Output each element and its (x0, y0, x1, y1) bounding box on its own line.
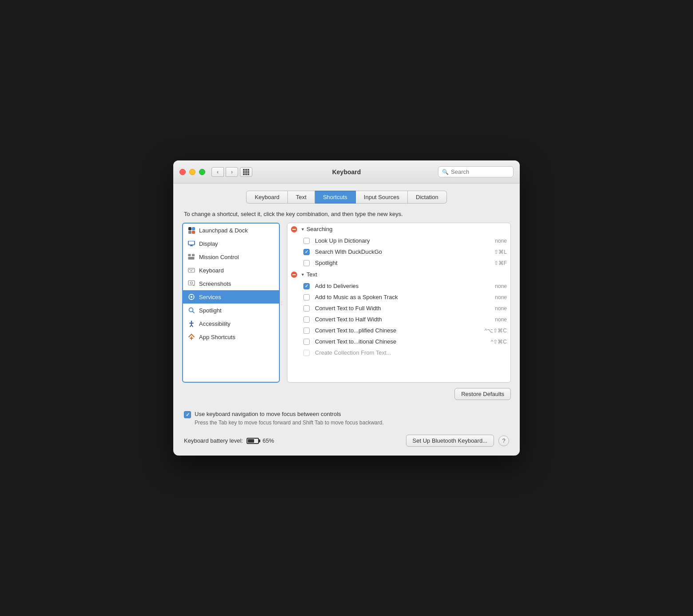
svg-rect-3 (192, 231, 195, 234)
keyboard-nav-row: Use keyboard navigation to move focus be… (184, 411, 509, 418)
sidebar-item-display[interactable]: Display (183, 237, 279, 250)
back-button[interactable]: ‹ (211, 167, 224, 177)
checkbox-spotlight[interactable] (303, 260, 310, 266)
shortcut-key: none (495, 305, 507, 312)
checkbox-partial[interactable] (303, 350, 310, 356)
maximize-button[interactable] (199, 169, 205, 175)
main-area: Launchpad & Dock Display (182, 223, 511, 383)
minimize-button[interactable] (189, 169, 195, 175)
checkbox-look-up[interactable] (303, 238, 310, 244)
shortcut-name: Convert Text to Half Width (315, 316, 495, 323)
tab-input-sources[interactable]: Input Sources (356, 191, 408, 204)
svg-line-32 (191, 334, 194, 337)
tab-shortcuts[interactable]: Shortcuts (315, 191, 356, 204)
battery-fill (248, 439, 254, 443)
svg-line-31 (189, 334, 191, 337)
keyboard-nav-checkbox[interactable] (184, 411, 191, 418)
collapse-text-btn[interactable] (291, 272, 297, 278)
svg-rect-15 (188, 281, 195, 285)
sidebar-item-screenshots[interactable]: Screenshots (183, 277, 279, 290)
shortcut-key: ^⇧⌘C (491, 339, 507, 345)
svg-rect-9 (188, 257, 195, 260)
titlebar: ‹ › Keyboard 🔍 (173, 160, 520, 184)
svg-rect-7 (188, 254, 191, 256)
main-window: ‹ › Keyboard 🔍 Keyboard Text Shortcuts I… (173, 160, 520, 456)
sidebar-item-keyboard[interactable]: Keyboard (183, 264, 279, 277)
shortcut-row-convert-half: Convert Text to Half Width none (287, 314, 510, 325)
window-title: Keyboard (332, 168, 361, 176)
search-input[interactable] (451, 168, 510, 175)
triangle-icon: ▼ (301, 227, 305, 232)
sidebar-item-label: Display (199, 240, 218, 247)
battery-body (247, 438, 259, 444)
shortcut-row-look-up: Look Up in Dictionary none (287, 235, 510, 246)
checkbox-convert-simplified[interactable] (303, 328, 310, 334)
tab-text[interactable]: Text (288, 191, 315, 204)
svg-rect-11 (189, 269, 190, 270)
checkbox-convert-full[interactable] (303, 305, 310, 312)
battery-section: Keyboard battery level: 65% (184, 437, 274, 444)
services-icon (187, 293, 195, 301)
tab-keyboard[interactable]: Keyboard (246, 191, 288, 204)
search-icon: 🔍 (442, 169, 449, 175)
svg-rect-17 (193, 285, 195, 286)
checkbox-convert-traditional[interactable] (303, 339, 310, 345)
sidebar: Launchpad & Dock Display (182, 223, 280, 383)
svg-line-30 (191, 325, 193, 327)
traffic-lights (179, 169, 205, 175)
display-icon (187, 240, 195, 248)
triangle-icon: ▼ (301, 272, 305, 277)
bottom-right: Set Up Bluetooth Keyboard... ? (406, 435, 509, 447)
sidebar-item-app-shortcuts[interactable]: App Shortcuts (183, 330, 279, 344)
group-label: Text (307, 271, 317, 278)
collapse-searching-btn[interactable] (291, 226, 297, 232)
svg-rect-2 (188, 231, 191, 234)
tab-dictation[interactable]: Dictation (408, 191, 447, 204)
instruction-text: To change a shortcut, select it, click t… (182, 211, 511, 217)
search-box[interactable]: 🔍 (438, 166, 514, 177)
sidebar-item-launchpad[interactable]: Launchpad & Dock (183, 224, 279, 237)
resize-handle[interactable]: ⋮ (280, 223, 283, 383)
shortcut-key: ⇧⌘L (494, 249, 507, 255)
sidebar-item-label: Accessibility (199, 320, 231, 327)
bluetooth-keyboard-button[interactable]: Set Up Bluetooth Keyboard... (406, 435, 494, 447)
sidebar-item-mission-control[interactable]: Mission Control (183, 250, 279, 264)
bottom-bar: Keyboard battery level: 65% Set Up Bluet… (182, 435, 511, 447)
sidebar-item-services[interactable]: Services (183, 290, 279, 304)
forward-button[interactable]: › (226, 167, 238, 177)
group-header-text: ▼ Text (287, 268, 510, 280)
tab-bar: Keyboard Text Shortcuts Input Sources Di… (182, 191, 511, 204)
minus-icon (292, 274, 296, 275)
shortcut-row-duckduckgo: Search With DuckDuckGo ⇧⌘L (287, 246, 510, 257)
app-shortcuts-icon (187, 333, 195, 341)
svg-rect-14 (191, 271, 192, 272)
shortcut-key: none (495, 316, 507, 323)
battery-icon (247, 438, 259, 444)
shortcut-key: ⇧⌘F (494, 260, 507, 266)
checkbox-duckduckgo[interactable] (303, 249, 310, 255)
shortcut-name: Spotlight (315, 260, 494, 266)
sidebar-item-accessibility[interactable]: Accessibility (183, 317, 279, 330)
sidebar-item-spotlight[interactable]: Spotlight (183, 304, 279, 317)
shortcut-row-convert-simplified: Convert Text to...plified Chinese ^⌥⇧⌘C (287, 325, 510, 336)
sidebar-item-label: Keyboard (199, 267, 224, 274)
keyboard-icon (187, 266, 195, 274)
close-button[interactable] (179, 169, 186, 175)
sidebar-item-label: Spotlight (199, 307, 222, 314)
help-button[interactable]: ? (498, 436, 509, 446)
group-label: Searching (307, 226, 333, 232)
shortcut-name: Convert Text to...itional Chinese (315, 338, 491, 345)
checkbox-add-deliveries[interactable] (303, 283, 310, 289)
shortcut-name: Create Collection From Text... (315, 349, 507, 356)
svg-rect-8 (192, 254, 195, 256)
svg-rect-12 (191, 269, 192, 270)
restore-defaults-button[interactable]: Restore Defaults (454, 388, 511, 400)
sidebar-item-label: Services (199, 294, 221, 300)
checkbox-convert-half[interactable] (303, 316, 310, 323)
shortcut-name: Search With DuckDuckGo (315, 248, 494, 255)
svg-line-25 (193, 312, 195, 313)
sidebar-item-label: Mission Control (199, 254, 239, 260)
restore-defaults-row: Restore Defaults (182, 388, 511, 400)
grid-button[interactable] (240, 167, 252, 177)
checkbox-add-music[interactable] (303, 294, 310, 300)
